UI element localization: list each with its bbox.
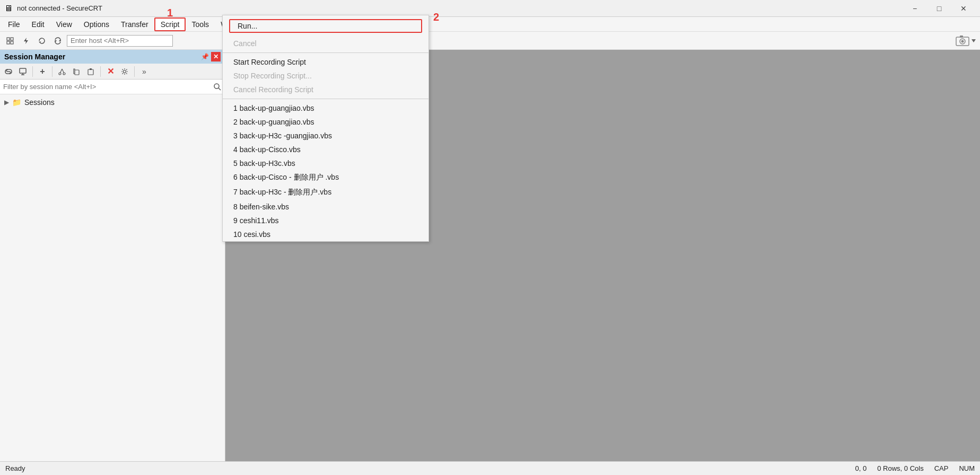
cut-session-btn[interactable]	[56, 65, 68, 78]
status-cap: CAP	[934, 464, 949, 472]
svg-point-10	[961, 40, 964, 42]
more-session-btn[interactable]: »	[138, 65, 151, 78]
session-separator-3	[100, 66, 101, 77]
run-item-wrapper: Run... 2	[223, 15, 428, 37]
sessions-folder[interactable]: ▶ 📁 Sessions	[0, 96, 225, 108]
dropdown-sep-1	[223, 52, 428, 53]
status-right: 0, 0 0 Rows, 0 Cols CAP NUM	[855, 464, 975, 472]
bolt-toolbar-btn[interactable]	[19, 34, 33, 48]
session-toolbar: +	[0, 64, 225, 80]
main-area: Session Manager 📌 ✕	[0, 50, 980, 461]
svg-rect-2	[7, 41, 10, 44]
session-header: Session Manager 📌 ✕	[0, 50, 225, 64]
recent-script-2[interactable]: 2 back-up-guangjiao.vbs	[223, 115, 428, 129]
svg-rect-1	[11, 38, 13, 40]
svg-marker-4	[24, 38, 28, 44]
recent-script-10[interactable]: 10 cesi.vbs	[223, 227, 428, 241]
session-separator-1	[32, 66, 33, 77]
gear-icon	[121, 68, 128, 75]
session-close-button[interactable]: ✕	[211, 52, 221, 61]
search-icon	[213, 83, 222, 91]
recent-script-1[interactable]: 1 back-up-guangjiao.vbs	[223, 101, 428, 115]
session-header-right: 📌 ✕	[200, 52, 221, 61]
start-recording-item[interactable]: Start Recording Script	[223, 55, 428, 69]
menu-tools[interactable]: Tools	[186, 18, 215, 31]
recent-script-3[interactable]: 3 back-up-H3c -guangjiao.vbs	[223, 129, 428, 143]
sessions-list: ▶ 📁 Sessions	[0, 94, 225, 461]
svg-rect-3	[11, 41, 13, 44]
svg-rect-21	[75, 70, 79, 75]
maximize-button[interactable]: □	[927, 0, 951, 17]
paste-session-btn[interactable]	[84, 65, 97, 78]
svg-rect-11	[960, 36, 963, 38]
paste-icon	[87, 68, 94, 75]
title-controls: − □ ✕	[903, 0, 976, 17]
monitor-icon	[19, 67, 27, 76]
host-input[interactable]	[67, 35, 173, 47]
link-icon	[4, 67, 13, 76]
menu-bar: File Edit View Options Transfer Script 1…	[0, 17, 980, 32]
close-button[interactable]: ✕	[951, 0, 976, 17]
recent-script-8[interactable]: 8 beifen-sike.vbs	[223, 200, 428, 214]
svg-point-18	[63, 73, 65, 75]
script-label: Script	[161, 20, 180, 29]
menu-file[interactable]: File	[2, 18, 26, 31]
cancel-recording-item: Cancel Recording Script	[223, 83, 428, 96]
recent-script-5[interactable]: 5 back-up-H3c.vbs	[223, 156, 428, 170]
svg-rect-0	[7, 38, 10, 40]
session-separator-4	[134, 66, 135, 77]
camera-icon-area	[956, 35, 977, 47]
recent-script-4[interactable]: 4 back-up-Cisco.vbs	[223, 143, 428, 156]
folder-icon: 📁	[12, 98, 21, 107]
app-icon: 🖥	[4, 4, 13, 13]
stop-recording-item: Stop Recording Script...	[223, 69, 428, 83]
svg-line-19	[60, 69, 63, 73]
svg-rect-14	[20, 68, 26, 73]
svg-point-24	[124, 70, 126, 73]
dropdown-sep-2	[223, 99, 428, 99]
session-manager-title: Session Manager	[4, 52, 65, 61]
svg-rect-22	[88, 69, 93, 75]
monitor-session-btn[interactable]	[16, 65, 29, 78]
recent-script-7[interactable]: 7 back-up-H3c - 删除用户.vbs	[223, 185, 428, 200]
filter-area	[0, 80, 225, 94]
copy-session-btn[interactable]	[70, 65, 83, 78]
refresh-toolbar-btn[interactable]	[35, 34, 49, 48]
svg-point-25	[214, 84, 219, 89]
recent-script-9[interactable]: 9 ceshi11.vbs	[223, 214, 428, 227]
svg-marker-12	[972, 39, 976, 42]
session-panel: Session Manager 📌 ✕	[0, 50, 225, 461]
folder-arrow: ▶	[4, 99, 9, 106]
cut-icon	[58, 68, 66, 75]
minimize-button[interactable]: −	[903, 0, 927, 17]
camera-icon	[956, 35, 969, 47]
grid-toolbar-btn[interactable]	[3, 34, 17, 48]
link-session-btn[interactable]	[2, 65, 15, 78]
cancel-script-item: Cancel	[223, 37, 428, 50]
menu-script[interactable]: Script 1	[154, 17, 186, 31]
svg-line-20	[62, 69, 64, 73]
refresh-icon	[38, 37, 46, 45]
sync-toolbar-btn[interactable]	[51, 34, 65, 48]
add-session-btn[interactable]: +	[36, 65, 49, 78]
menu-edit[interactable]: Edit	[26, 18, 50, 31]
title-bar-left: 🖥 not connected - SecureCRT	[4, 4, 102, 13]
svg-point-17	[59, 73, 61, 75]
status-bar: Ready 0, 0 0 Rows, 0 Cols CAP NUM	[0, 461, 980, 475]
menu-transfer[interactable]: Transfer	[115, 18, 154, 31]
status-ready: Ready	[5, 464, 855, 472]
script-dropdown: Run... 2 Cancel Start Recording Script S…	[222, 15, 429, 242]
folder-label: Sessions	[24, 98, 55, 107]
pin-icon[interactable]: 📌	[200, 52, 209, 61]
copy-icon	[73, 68, 80, 75]
delete-session-btn[interactable]: ✕	[104, 65, 117, 78]
status-dimensions: 0 Rows, 0 Cols	[877, 464, 923, 472]
recent-script-6[interactable]: 6 back-up-Cisco - 删除用户 .vbs	[223, 170, 428, 185]
annotation-1: 1	[167, 7, 173, 19]
status-num: NUM	[959, 464, 975, 472]
menu-options[interactable]: Options	[78, 18, 115, 31]
gear-session-btn[interactable]	[118, 65, 131, 78]
menu-view[interactable]: View	[50, 18, 78, 31]
run-button[interactable]: Run...	[229, 19, 422, 33]
filter-input[interactable]	[3, 83, 213, 91]
